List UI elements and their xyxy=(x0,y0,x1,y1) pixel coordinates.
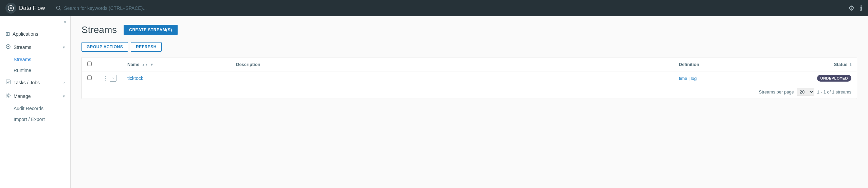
sidebar-sub-runtime[interactable]: Runtime xyxy=(0,65,70,76)
table-header-row: Name ▲▼ ▼ Description Definition Status xyxy=(82,57,857,71)
logo-icon xyxy=(5,3,16,14)
topbar: Data Flow Search for keywords (CTRL+SPAC… xyxy=(0,0,868,16)
tasks-icon xyxy=(5,79,11,86)
row-checkbox[interactable] xyxy=(87,75,92,80)
row-definition-cell: time | log xyxy=(673,71,802,85)
svg-line-2 xyxy=(59,9,61,11)
stream-name-link[interactable]: ticktock xyxy=(127,75,143,81)
search-bar[interactable]: Search for keywords (CTRL+SPACE)... xyxy=(56,5,844,11)
sidebar-item-tasks[interactable]: Tasks / Jobs › xyxy=(0,76,70,89)
col-header-description: Description xyxy=(231,57,673,71)
row-menu-icon[interactable]: ⋮ xyxy=(103,75,108,82)
pagination-text: 1 - 1 of 1 streams xyxy=(817,89,851,95)
col-header-definition: Definition xyxy=(673,57,802,71)
refresh-button[interactable]: REFRESH xyxy=(131,42,162,52)
main-content: Streams CREATE STREAM(S) GROUP ACTIONS R… xyxy=(71,16,868,188)
applications-icon: ⊞ xyxy=(5,31,10,37)
toolbar: GROUP ACTIONS REFRESH xyxy=(82,42,857,52)
col-header-check xyxy=(82,57,97,71)
svg-point-1 xyxy=(56,6,60,10)
audit-records-label: Audit Records xyxy=(14,106,43,111)
name-filter-icon[interactable]: ▼ xyxy=(150,63,154,67)
sidebar-item-applications[interactable]: ⊞ Applications xyxy=(0,27,70,40)
manage-label: Manage xyxy=(14,93,60,99)
streams-table: Name ▲▼ ▼ Description Definition Status xyxy=(82,57,857,99)
manage-arrow: ▾ xyxy=(63,94,65,99)
select-all-checkbox[interactable] xyxy=(87,62,92,66)
app-title: Data Flow xyxy=(19,5,45,12)
search-placeholder: Search for keywords (CTRL+SPACE)... xyxy=(64,5,147,11)
svg-point-4 xyxy=(7,46,9,47)
row-expand-button[interactable]: › xyxy=(110,75,116,82)
streams-label: Streams xyxy=(14,45,60,50)
status-badge: UNDEPLOYED xyxy=(817,75,851,82)
sidebar-sub-streams[interactable]: Streams xyxy=(0,54,70,65)
streams-icon xyxy=(5,44,11,51)
streams-sub-label: Streams xyxy=(14,57,31,62)
name-sort-icons[interactable]: ▲▼ xyxy=(142,63,148,66)
col-header-expand xyxy=(97,57,122,71)
group-actions-button[interactable]: GROUP ACTIONS xyxy=(82,42,128,52)
row-actions: ⋮ › xyxy=(103,75,116,82)
tasks-label: Tasks / Jobs xyxy=(14,80,61,85)
search-icon xyxy=(56,5,61,11)
page-header: Streams CREATE STREAM(S) xyxy=(82,24,857,35)
svg-point-6 xyxy=(7,95,9,97)
table-footer: Streams per page 20 50 100 1 - 1 of 1 st… xyxy=(82,85,857,99)
table-row: ⋮ › ticktock time | log xyxy=(82,71,857,85)
info-icon[interactable]: ℹ xyxy=(860,4,863,12)
row-description-cell xyxy=(231,71,673,85)
row-checkbox-cell xyxy=(82,71,97,85)
row-expand-cell: ⋮ › xyxy=(97,71,122,85)
row-name-cell: ticktock xyxy=(122,71,231,85)
page-title: Streams xyxy=(82,24,117,35)
sidebar-collapse-button[interactable]: « xyxy=(0,16,70,27)
topbar-actions: ⚙ ℹ xyxy=(848,4,863,12)
tasks-arrow: › xyxy=(64,80,65,85)
settings-icon[interactable]: ⚙ xyxy=(848,4,854,12)
per-page-select[interactable]: 20 50 100 xyxy=(797,88,814,96)
sidebar-sub-audit[interactable]: Audit Records xyxy=(0,103,70,114)
col-header-status: Status ℹ xyxy=(802,57,857,71)
applications-label: Applications xyxy=(13,31,65,37)
per-page-label: Streams per page xyxy=(759,89,794,95)
status-info-icon: ℹ xyxy=(850,63,851,67)
sidebar: « ⊞ Applications Streams ▾ Streams Runti… xyxy=(0,16,71,188)
create-stream-button[interactable]: CREATE STREAM(S) xyxy=(124,25,177,35)
runtime-sub-label: Runtime xyxy=(14,68,31,73)
import-export-label: Import / Export xyxy=(14,117,45,122)
app-logo: Data Flow xyxy=(5,3,45,14)
sidebar-item-streams[interactable]: Streams ▾ xyxy=(0,40,70,54)
sidebar-item-manage[interactable]: Manage ▾ xyxy=(0,89,70,103)
svg-rect-5 xyxy=(6,80,10,84)
stream-definition[interactable]: time | log xyxy=(679,76,697,81)
sidebar-sub-import-export[interactable]: Import / Export xyxy=(0,114,70,125)
streams-arrow: ▾ xyxy=(63,45,65,50)
row-status-cell: UNDEPLOYED xyxy=(802,71,857,85)
manage-icon xyxy=(5,93,11,100)
col-header-name[interactable]: Name ▲▼ ▼ xyxy=(122,57,231,71)
